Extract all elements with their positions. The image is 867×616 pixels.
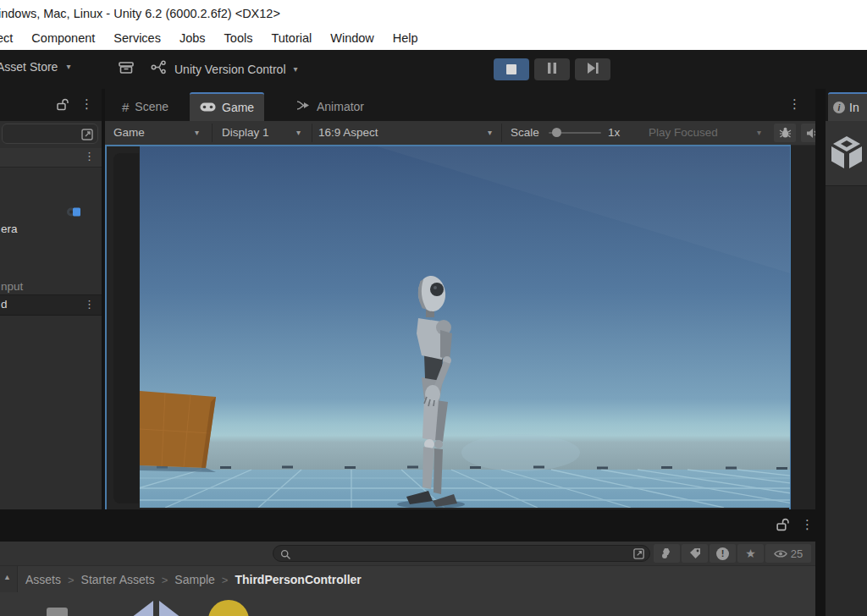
menu-item-jobs[interactable]: Jobs (170, 27, 215, 49)
tab-inspector[interactable]: i In (828, 92, 867, 121)
menu-item-help[interactable]: Help (384, 27, 428, 49)
game-render-viewport[interactable] (140, 146, 790, 508)
breadcrumb-sample[interactable]: Sample (174, 573, 214, 586)
bug-icon (779, 127, 792, 139)
scale-slider-knob[interactable] (552, 128, 561, 137)
asset-store-dropdown[interactable]: Asset Store ▾ (0, 60, 70, 74)
project-search-input[interactable] (273, 545, 650, 562)
breadcrumb-starter-assets[interactable]: Starter Assets (81, 573, 155, 586)
step-button[interactable] (575, 58, 610, 80)
chevron-down-icon: ▾ (294, 65, 298, 74)
breadcrumb-assets[interactable]: Assets (25, 573, 61, 586)
step-icon (587, 62, 599, 77)
animator-icon (296, 100, 311, 113)
play-focused-dropdown[interactable]: Play Focused (649, 121, 718, 145)
visibility-count: 25 (791, 547, 803, 560)
exclamation-icon: ! (716, 547, 729, 560)
branch-icon (151, 60, 167, 78)
unlock-icon[interactable] (56, 98, 69, 114)
render-target-dropdown[interactable]: Game (113, 121, 145, 145)
unlock-icon[interactable] (776, 518, 789, 535)
menu-item-gameobject-fragment[interactable]: ect (0, 27, 22, 49)
debug-bug-button[interactable] (774, 124, 796, 142)
pause-button[interactable] (534, 58, 570, 80)
info-icon: i (833, 102, 845, 113)
search-by-type-button[interactable] (654, 544, 680, 563)
search-icon (280, 548, 291, 564)
star-icon: ★ (745, 547, 756, 560)
breadcrumb-bar: ▲ Assets>Starter Assets>Sample>ThirdPers… (0, 565, 815, 593)
left-panel-menu-icon[interactable]: ⋮ (80, 97, 93, 110)
menu-item-services[interactable]: Services (104, 27, 170, 49)
pause-icon (547, 62, 557, 77)
menu-bar: ectComponentServicesJobsToolsTutorialWin… (0, 27, 867, 51)
chevron-down-icon: ▾ (66, 63, 70, 71)
asset-grid (0, 592, 815, 616)
asset-type-icon (660, 547, 673, 559)
unity-editor-window: indows, Mac, Linux - Unity 6.2 (6000.2.6… (0, 0, 867, 616)
display-dropdown[interactable]: Display 1 (222, 121, 269, 145)
aspect-ratio-dropdown[interactable]: 16:9 Aspect (318, 121, 378, 145)
search-by-label-button[interactable] (682, 544, 708, 563)
tab-game[interactable]: Game (190, 92, 264, 121)
gamepad-icon (200, 101, 216, 114)
visibility-toggle-button[interactable]: 25 (765, 544, 811, 563)
scale-value: 1x (608, 121, 620, 145)
left-panel-subheader[interactable]: d ⋮ (0, 294, 102, 316)
scale-label: Scale (511, 121, 539, 145)
breadcrumb-thirdpersoncontroller[interactable]: ThirdPersonController (235, 573, 361, 586)
menu-item-component[interactable]: Component (22, 27, 104, 49)
expand-window-icon[interactable] (632, 547, 645, 564)
menu-item-window[interactable]: Window (321, 27, 384, 49)
menu-item-tutorial[interactable]: Tutorial (262, 27, 321, 49)
stop-button[interactable] (494, 58, 529, 80)
scene-grid-icon: # (122, 100, 129, 114)
archive-icon[interactable] (119, 61, 134, 78)
subheader-menu-icon[interactable]: ⋮ (84, 299, 95, 310)
eye-icon (774, 549, 787, 558)
under-strip: ⋮ (0, 509, 815, 542)
chevron-down-icon[interactable]: ▾ (296, 129, 301, 137)
orange-crate (140, 391, 216, 472)
sidebar-collapse-column: ▲ (0, 566, 18, 593)
expand-window-icon[interactable] (80, 128, 94, 145)
version-control-dropdown[interactable]: Unity Version Control ▾ (151, 60, 298, 78)
hierarchy-item-input-fragment[interactable]: nput (1, 280, 23, 293)
warnings-filter-button[interactable]: ! (710, 544, 736, 563)
unity-cube-icon (830, 135, 864, 174)
asset-icon-model[interactable] (131, 601, 182, 616)
main-toolbar: Asset Store ▾ Unity Version Control ▾ (0, 50, 867, 89)
project-panel-menu-icon[interactable]: ⋮ (801, 518, 814, 531)
inspector-panel: i In (826, 89, 867, 616)
left-panel-tabstrip: ⋮ (0, 89, 102, 121)
left-panel: ⋮ ⋮ era nput d ⋮ (0, 89, 102, 509)
collapse-up-icon[interactable]: ▲ (3, 573, 11, 581)
left-panel-section-header[interactable]: ⋮ (0, 148, 102, 168)
stop-icon (506, 64, 516, 74)
chevron-down-icon[interactable]: ▾ (195, 129, 199, 137)
project-browser: ! ★ 25 ▲ Assets>Starter Assets>Sample>Th… (0, 542, 815, 616)
asset-icon-yellow[interactable] (208, 600, 249, 616)
center-tabstrip: # Scene Game Animator ⋮ (105, 89, 815, 121)
game-view-toolbar: Game ▾ Display 1 ▾ 16:9 Aspect ▾ Scale 1… (105, 121, 815, 146)
tab-animator[interactable]: Animator (286, 92, 374, 121)
project-toolbar: ! ★ 25 (0, 542, 815, 565)
favorites-button[interactable]: ★ (737, 544, 764, 563)
breadcrumb: Assets>Starter Assets>Sample>ThirdPerson… (25, 566, 362, 594)
component-blue-icon (66, 205, 81, 223)
inspector-header-block (826, 121, 867, 186)
game-panel-menu-icon[interactable]: ⋮ (788, 97, 801, 110)
chevron-down-icon[interactable]: ▾ (488, 129, 492, 137)
tab-scene[interactable]: # Scene (112, 92, 179, 121)
hierarchy-item-camera-fragment[interactable]: era (1, 223, 18, 235)
panel-divider[interactable] (815, 89, 826, 616)
menu-item-tools[interactable]: Tools (215, 27, 262, 49)
tag-icon (689, 547, 701, 559)
asset-icon-document[interactable] (47, 608, 68, 616)
game-view-content[interactable] (105, 145, 791, 509)
window-title: indows, Mac, Linux - Unity 6.2 (6000.2.6… (0, 7, 280, 20)
section-menu-icon[interactable]: ⋮ (84, 151, 95, 162)
left-panel-search-input[interactable] (2, 124, 98, 144)
letterbox-area (113, 153, 139, 503)
chevron-down-icon[interactable]: ▾ (757, 129, 761, 137)
